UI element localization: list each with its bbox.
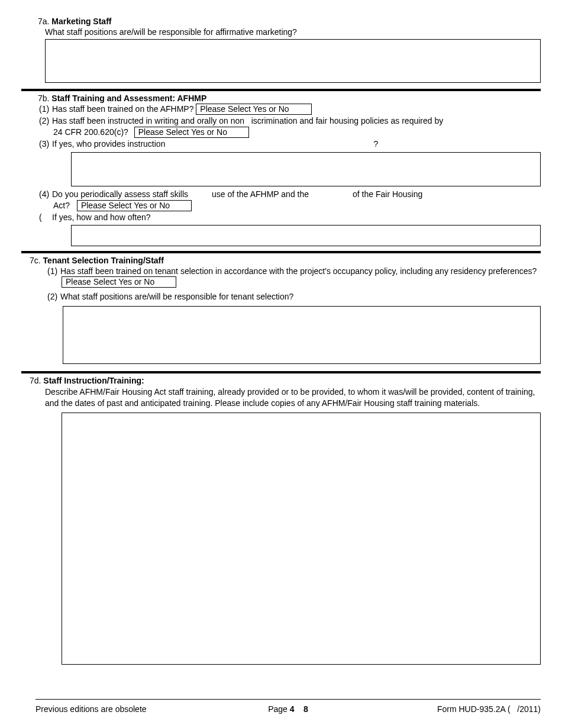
- q-7c-2: (2)What staff positions are/will be resp…: [21, 291, 541, 302]
- footer-rule: [35, 699, 541, 700]
- section-7b-title: Staff Training and Assessment: AFHMP: [51, 94, 206, 103]
- q-7b-2: (2)Has staff been instructed in writing …: [21, 115, 541, 138]
- section-7c-heading: 7c. Tenant Selection Training/Staff: [21, 256, 541, 265]
- page-footer: Previous editions are obsolete Page 4 8 …: [35, 704, 541, 714]
- q-7b-1-num: (1): [39, 104, 52, 115]
- textbox-7d[interactable]: [62, 413, 541, 665]
- section-7d-title: Staff Instruction/Training:: [43, 376, 144, 385]
- q-7b-2-text-c: 24 CFR 200.620(c)?: [53, 127, 128, 137]
- q-7b-5-text: If yes, how and how often?: [52, 212, 151, 222]
- section-7d-heading: 7d. Staff Instruction/Training:: [21, 376, 541, 385]
- section-7a: 7a. Marketing Staff What staff positions…: [21, 17, 541, 83]
- footer-page-num: 4: [290, 704, 295, 714]
- select-7c-1[interactable]: Please Select Yes or No: [62, 276, 176, 288]
- section-7d-number: 7d.: [30, 376, 41, 385]
- divider-7b-7c: [21, 251, 541, 253]
- textbox-7b-5[interactable]: [71, 225, 541, 246]
- divider-7a-7b: [21, 89, 541, 91]
- q-7b-5-num: (: [39, 212, 52, 223]
- q-7c-1-text: Has staff been trained on tenant selecti…: [60, 266, 537, 276]
- section-7b-heading: 7b. Staff Training and Assessment: AFHMP: [21, 94, 541, 103]
- q-7c-1-num: (1): [47, 266, 60, 277]
- q-7b-5: (If yes, how and how often?: [21, 212, 541, 223]
- q-7b-4-text-b: use of the AFHMP and the: [212, 189, 309, 199]
- section-7a-heading: 7a. Marketing Staff: [21, 17, 541, 26]
- q-7c-1: (1)Has staff been trained on tenant sele…: [21, 266, 541, 288]
- section-7b: 7b. Staff Training and Assessment: AFHMP…: [21, 94, 541, 246]
- q-7b-4-text-a: Do you periodically assess staff skills: [52, 189, 188, 199]
- section-7a-title: Marketing Staff: [51, 17, 111, 26]
- footer-center: Page 4 8: [35, 704, 541, 714]
- select-7b-1[interactable]: Please Select Yes or No: [196, 104, 312, 115]
- q-7b-4: (4)Do you periodically assess staff skil…: [21, 189, 541, 211]
- q-7b-3: (3)If yes, who provides instruction?: [21, 138, 541, 150]
- q-7b-1-text: Has staff been trained on the AFHMP?: [52, 104, 193, 114]
- q-7b-3-text: If yes, who provides instruction: [52, 139, 165, 149]
- select-7b-2[interactable]: Please Select Yes or No: [134, 127, 249, 138]
- section-7a-subtext: What staff positions are/will be respons…: [21, 27, 541, 37]
- section-7c-title: Tenant Selection Training/Staff: [43, 256, 164, 265]
- textbox-7a[interactable]: [45, 39, 541, 83]
- section-7a-number: 7a.: [38, 17, 49, 26]
- divider-7c-7d: [21, 371, 541, 373]
- q-7b-3-end: ?: [373, 139, 378, 149]
- textbox-7b-3[interactable]: [71, 152, 541, 186]
- q-7b-2-num: (2): [39, 115, 52, 127]
- section-7b-number: 7b.: [38, 94, 49, 103]
- q-7b-1: (1)Has staff been trained on the AFHMP? …: [21, 104, 541, 115]
- section-7d: 7d. Staff Instruction/Training: Describe…: [21, 376, 541, 665]
- textbox-7c-2[interactable]: [63, 306, 541, 364]
- q-7b-4-num: (4): [39, 189, 52, 200]
- section-7c-number: 7c.: [30, 256, 41, 265]
- select-7b-4[interactable]: Please Select Yes or No: [77, 200, 192, 211]
- footer-page-total: 8: [303, 704, 308, 714]
- q-7b-4-text-c: of the Fair Housing: [353, 189, 422, 199]
- q-7c-2-text: What staff positions are/will be respons…: [60, 292, 293, 301]
- footer-page-label: Page: [268, 704, 290, 714]
- section-7d-desc: Describe AFHM/Fair Housing Act staff tra…: [21, 386, 541, 409]
- footer-page-sep: [295, 704, 304, 714]
- q-7b-2-text-b: iscrimination and fair housing policies …: [251, 116, 444, 125]
- q-7b-4-text-d: Act?: [53, 201, 70, 210]
- q-7b-3-num: (3): [39, 138, 52, 150]
- q-7c-2-num: (2): [47, 291, 60, 302]
- section-7c: 7c. Tenant Selection Training/Staff (1)H…: [21, 256, 541, 365]
- q-7b-2-text-a: Has staff been instructed in writing and…: [52, 116, 244, 125]
